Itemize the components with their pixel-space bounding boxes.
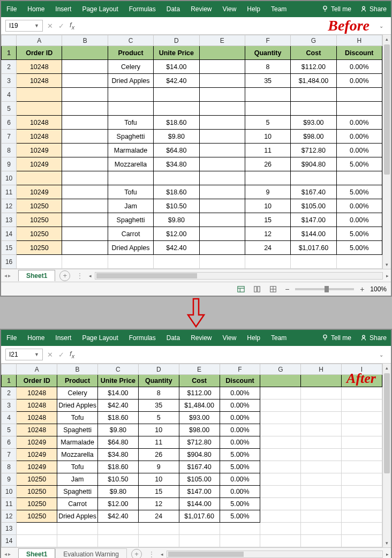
cell-F13[interactable]: 15 [245, 213, 290, 227]
add-sheet-button[interactable]: + [59, 270, 70, 281]
formula-collapse-icon[interactable]: ⌄ [376, 352, 387, 358]
cell-C11[interactable]: $12.00 [98, 498, 139, 510]
cell-D4[interactable]: 5 [138, 412, 179, 424]
cell-D11[interactable]: $18.60 [154, 185, 199, 199]
hscroll-left-icon[interactable]: ◂ [87, 273, 94, 278]
row-header-10[interactable]: 10 [2, 486, 17, 498]
cell-D3[interactable]: 35 [138, 399, 179, 412]
cell-H7[interactable] [301, 449, 342, 461]
row-header-9[interactable]: 9 [2, 157, 17, 171]
scroll-down-icon[interactable]: ▾ [383, 539, 391, 547]
hscroll-right-icon[interactable]: ▸ [384, 273, 391, 278]
cell-A14[interactable]: 10250 [17, 227, 62, 241]
cell-B6[interactable] [62, 116, 108, 130]
cell-C10[interactable] [108, 171, 153, 185]
sheet-tab-sheet1[interactable]: Sheet1 [18, 548, 55, 558]
cell-E16[interactable] [199, 255, 245, 269]
cell-A10[interactable]: 10250 [17, 486, 57, 498]
column-header-G[interactable]: G [291, 35, 336, 46]
cell-G12[interactable]: $105.00 [291, 199, 336, 213]
row-header-4[interactable]: 4 [2, 88, 17, 102]
cell-D5[interactable]: 10 [138, 424, 179, 436]
scroll-up-icon[interactable]: ▴ [383, 364, 391, 372]
cell-E9[interactable]: $105.00 [179, 473, 220, 486]
column-header-G[interactable]: G [260, 364, 301, 375]
cell-C1[interactable]: Unite Price [98, 375, 139, 387]
horizontal-scrollbar[interactable] [167, 551, 383, 558]
scroll-up-icon[interactable]: ▴ [383, 35, 391, 43]
cell-B2[interactable] [62, 60, 108, 74]
cell-G8[interactable] [260, 461, 301, 473]
cell-B14[interactable] [62, 227, 108, 241]
name-box[interactable]: I21▼ [5, 349, 43, 360]
cell-B4[interactable] [62, 88, 108, 102]
tab-resize-handle[interactable]: ⋮ [146, 551, 157, 558]
formula-input[interactable] [79, 349, 372, 360]
cell-F2[interactable]: 8 [245, 60, 290, 74]
cell-D7[interactable]: $9.80 [154, 130, 199, 144]
cell-E3[interactable]: $1,484.00 [179, 399, 220, 412]
cell-F8[interactable]: 5.00% [220, 461, 260, 473]
cell-D5[interactable] [154, 102, 199, 116]
cell-H1[interactable] [301, 375, 342, 387]
cell-A16[interactable] [17, 255, 62, 269]
spreadsheet-grid-before[interactable]: ABCDEFGH1Order IDProductUnite PriceQuant… [1, 35, 382, 269]
cell-H13[interactable] [301, 523, 342, 535]
cell-C13[interactable]: Spaghetti [108, 213, 153, 227]
cell-A6[interactable]: 10248 [17, 116, 62, 130]
zoom-in-button[interactable]: + [358, 285, 366, 293]
cell-C16[interactable] [108, 255, 153, 269]
cell-H12[interactable]: 0.00% [336, 199, 382, 213]
cell-A7[interactable]: 10249 [17, 449, 57, 461]
cell-E8[interactable] [199, 144, 245, 157]
row-header-12[interactable]: 12 [2, 199, 17, 213]
cell-B16[interactable] [62, 255, 108, 269]
cell-H4[interactable] [336, 88, 382, 102]
cell-G9[interactable] [260, 473, 301, 486]
row-header-8[interactable]: 8 [2, 461, 17, 473]
cell-F2[interactable]: 0.00% [220, 387, 260, 399]
row-header-9[interactable]: 9 [2, 473, 17, 486]
cell-G6[interactable] [260, 436, 301, 449]
cell-C5[interactable] [108, 102, 153, 116]
cell-F5[interactable]: 0.00% [220, 424, 260, 436]
cell-F11[interactable]: 9 [245, 185, 290, 199]
sheet-tab-sheet1[interactable]: Sheet1 [18, 270, 55, 281]
cell-F12[interactable]: 10 [245, 199, 290, 213]
column-header-E[interactable]: E [199, 35, 245, 46]
ribbon-tab-review[interactable]: Review [185, 334, 217, 342]
ribbon-tab-help[interactable]: Help [242, 334, 266, 342]
cell-F10[interactable] [245, 171, 290, 185]
cell-C12[interactable]: $42.40 [98, 510, 139, 523]
column-header-B[interactable]: B [62, 35, 108, 46]
cell-C6[interactable]: Tofu [108, 116, 153, 130]
cell-G5[interactable] [291, 102, 336, 116]
cell-D2[interactable]: 8 [138, 387, 179, 399]
cell-E7[interactable] [199, 130, 245, 144]
cell-F14[interactable] [220, 535, 260, 547]
cell-A8[interactable]: 10249 [17, 144, 62, 157]
column-header-F[interactable]: F [220, 364, 260, 375]
ribbon-tab-formulas[interactable]: Formulas [124, 334, 161, 342]
cell-G15[interactable]: $1,017.60 [291, 241, 336, 255]
cell-D12[interactable]: $10.50 [154, 199, 199, 213]
cell-B1[interactable] [62, 46, 108, 60]
row-header-10[interactable]: 10 [2, 171, 17, 185]
cell-F3[interactable]: 35 [245, 74, 290, 88]
cell-D2[interactable]: $14.00 [154, 60, 199, 74]
cell-A7[interactable]: 10248 [17, 130, 62, 144]
cell-E15[interactable] [199, 241, 245, 255]
cell-A13[interactable] [17, 523, 57, 535]
chevron-down-icon[interactable]: ▼ [34, 352, 39, 357]
cell-E10[interactable] [199, 171, 245, 185]
row-header-1[interactable]: 1 [2, 375, 17, 387]
row-header-5[interactable]: 5 [2, 102, 17, 116]
cell-G5[interactable] [260, 424, 301, 436]
cell-A2[interactable]: 10248 [17, 387, 57, 399]
cell-C15[interactable]: Dried Apples [108, 241, 153, 255]
cell-H6[interactable]: 0.00% [336, 116, 382, 130]
cell-H2[interactable] [301, 387, 342, 399]
row-header-11[interactable]: 11 [2, 498, 17, 510]
row-header-2[interactable]: 2 [2, 60, 17, 74]
cell-H3[interactable]: 0.00% [336, 74, 382, 88]
